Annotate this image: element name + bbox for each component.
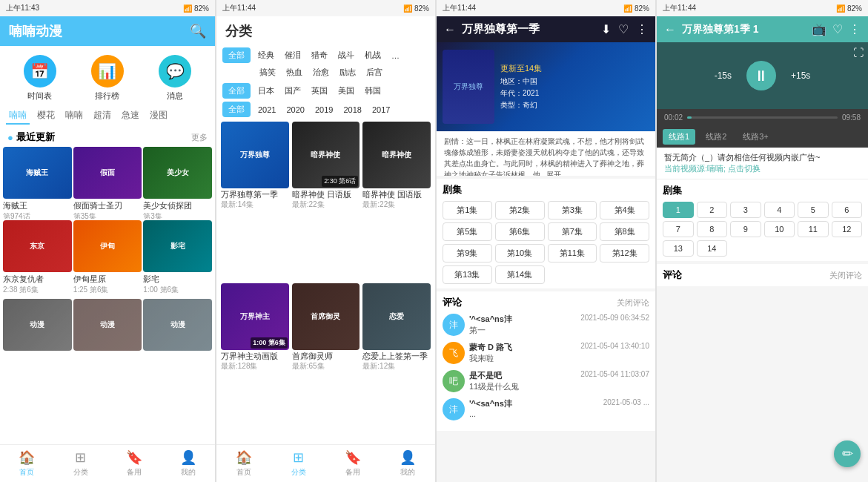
ep-btn4-3[interactable]: 3 (730, 202, 761, 218)
anime-card-4[interactable]: 伊甸 伊甸星原 1:25 第6集 (73, 220, 142, 292)
favorite-icon[interactable]: ♡ (618, 22, 629, 36)
ep-btn4-4[interactable]: 4 (764, 202, 795, 218)
cat-anime-0[interactable]: 万界独尊 万界独尊第一季 最新:14集 (221, 122, 289, 280)
cat-mech[interactable]: 机战 (362, 47, 384, 63)
ranking-icon-item[interactable]: 📊 排行榜 (91, 55, 124, 102)
cat-all-1[interactable]: 全部 (222, 47, 251, 63)
favorite-icon-4[interactable]: ♡ (832, 22, 843, 36)
search-icon[interactable]: 🔍 (190, 23, 206, 39)
ep-btn-9[interactable]: 第9集 (443, 244, 492, 263)
back-button-4[interactable]: ← (664, 23, 676, 36)
cat-all-2[interactable]: 全部 (222, 83, 251, 99)
tab-nanan[interactable]: 喃喃 (6, 108, 30, 125)
cat-hot[interactable]: 热血 (283, 65, 305, 80)
cat-sad[interactable]: 催泪 (282, 47, 304, 63)
more-icon-4[interactable]: ⋮ (849, 22, 861, 36)
ep-btn-6[interactable]: 第6集 (495, 222, 545, 241)
cat-2020[interactable]: 2020 (283, 103, 307, 116)
ep-btn4-14[interactable]: 14 (697, 240, 728, 257)
nav-home-2[interactable]: 🏠 首页 (216, 449, 271, 478)
progress-track[interactable] (687, 116, 838, 119)
cat-anime-5[interactable]: 恋爱 恋爱上上签第一季 最新:12集 (362, 283, 431, 442)
cat-2019[interactable]: 2019 (312, 103, 336, 116)
cat-korea[interactable]: 韩国 (362, 83, 384, 99)
close-comments-4[interactable]: 关闭评论 (829, 270, 862, 281)
cat-anime-4[interactable]: 首席御灵 首席御灵师 最新:65集 (292, 283, 360, 442)
ep-btn-8[interactable]: 第8集 (600, 222, 649, 241)
nav-backup-2[interactable]: 🔖 备用 (326, 449, 381, 478)
cat-china[interactable]: 国产 (282, 83, 304, 99)
cat-fight[interactable]: 战斗 (335, 47, 357, 63)
close-comments-3[interactable]: 关闭评论 (617, 297, 649, 308)
ep-btn4-2[interactable]: 2 (697, 202, 728, 218)
source-tab-2[interactable]: 线路2 (700, 129, 732, 145)
ep-btn4-7[interactable]: 7 (663, 221, 694, 237)
skip-back-button[interactable]: -15s (715, 70, 732, 81)
anime-card-3[interactable]: 东京 东京复仇者 2:38 第6集 (3, 220, 72, 292)
ep-btn4-5[interactable]: 5 (798, 202, 829, 218)
cat-harem[interactable]: 后宫 (363, 65, 385, 80)
cat-classic[interactable]: 经典 (255, 47, 277, 63)
tab-nanan2[interactable]: 喃喃 (62, 108, 86, 125)
fab-edit[interactable]: ✏ (834, 440, 861, 467)
ep-btn-3[interactable]: 第3集 (548, 201, 597, 219)
ep-btn-10[interactable]: 第10集 (495, 244, 545, 263)
nav-profile[interactable]: 👤 我的 (162, 449, 216, 478)
more-icon[interactable]: ⋮ (636, 22, 648, 36)
ep-btn-5[interactable]: 第5集 (443, 222, 492, 241)
nav-backup[interactable]: 🔖 备用 (107, 449, 162, 478)
cat-anime-2[interactable]: 暗界神使 暗界神使 国语版 最新:22集 (362, 122, 431, 280)
anime-card-7[interactable]: 动漫 (73, 299, 142, 445)
video-area[interactable]: -15s ⏸ +15s ⛶ (657, 42, 868, 109)
anime-card-2[interactable]: 美少女 美少女侦探团 第3集 (143, 147, 212, 219)
ep-btn-13[interactable]: 第13集 (443, 265, 492, 284)
notice-link[interactable]: 当前视频源:喃喃; 点击切换 (664, 163, 861, 174)
nav-home[interactable]: 🏠 首页 (0, 449, 54, 478)
cat-us[interactable]: 美国 (335, 83, 357, 99)
ep-btn4-1[interactable]: 1 (663, 202, 694, 218)
schedule-icon-item[interactable]: 📅 时间表 (24, 55, 56, 102)
cat-2021[interactable]: 2021 (255, 103, 279, 116)
cat-comedy[interactable]: 搞笑 (256, 65, 279, 80)
tab-fast[interactable]: 急速 (119, 108, 142, 125)
anime-card-6[interactable]: 动漫 (3, 299, 72, 445)
cat-2018[interactable]: 2018 (340, 103, 364, 116)
message-icon-item[interactable]: 💬 消息 (159, 55, 191, 102)
ep-btn-4[interactable]: 第4集 (600, 201, 649, 219)
cat-heal[interactable]: 治愈 (310, 65, 332, 80)
anime-card-1[interactable]: 假面 假面骑士圣刃 第35集 (73, 147, 142, 219)
download-icon[interactable]: ⬇ (601, 22, 611, 36)
cat-anime-3[interactable]: 万界神主 1:00 第6集 万界神主动画版 最新:128集 (221, 283, 289, 442)
ep-btn4-8[interactable]: 8 (697, 221, 728, 237)
ep-btn-11[interactable]: 第11集 (548, 244, 597, 263)
source-tab-1[interactable]: 线路1 (663, 129, 695, 145)
cat-uk[interactable]: 英国 (308, 83, 331, 99)
ep-btn4-6[interactable]: 6 (832, 202, 863, 218)
ep-btn-7[interactable]: 第7集 (548, 222, 597, 241)
fullscreen-icon[interactable]: ⛶ (853, 47, 864, 59)
anime-card-0[interactable]: 海贼王 海贼王 第974话 (3, 147, 72, 219)
ep-btn-14[interactable]: 第14集 (495, 265, 545, 284)
anime-card-8[interactable]: 动漫 (143, 299, 212, 445)
ep-btn-12[interactable]: 第12集 (600, 244, 649, 263)
tab-manga[interactable]: 漫图 (147, 108, 170, 125)
anime-card-5[interactable]: 影宅 影宅 1:00 第6集 (143, 220, 212, 292)
cat-2017[interactable]: 2017 (369, 103, 393, 116)
play-pause-button[interactable]: ⏸ (746, 61, 776, 90)
nav-category-2[interactable]: ⊞ 分类 (271, 449, 326, 478)
cat-weird[interactable]: 猎奇 (308, 47, 331, 63)
ep-btn4-12[interactable]: 12 (832, 221, 863, 237)
tab-hd[interactable]: 超清 (90, 108, 114, 125)
ep-btn4-13[interactable]: 13 (663, 240, 694, 257)
source-tab-3[interactable]: 线路3+ (737, 129, 775, 145)
cat-all-3[interactable]: 全部 (222, 102, 251, 117)
nav-profile-2[interactable]: 👤 我的 (380, 449, 435, 478)
ep-btn4-9[interactable]: 9 (730, 221, 761, 237)
ep-btn-1[interactable]: 第1集 (443, 201, 492, 219)
more-link[interactable]: 更多 (191, 132, 208, 143)
tab-yinghua[interactable]: 樱花 (34, 108, 58, 125)
cat-anime-1[interactable]: 暗界神使 2:30 第6话 暗界神使 日语版 最新:22集 (292, 122, 360, 280)
skip-forward-button[interactable]: +15s (791, 70, 810, 81)
back-button[interactable]: ← (444, 23, 456, 36)
ep-btn4-10[interactable]: 10 (764, 221, 795, 237)
